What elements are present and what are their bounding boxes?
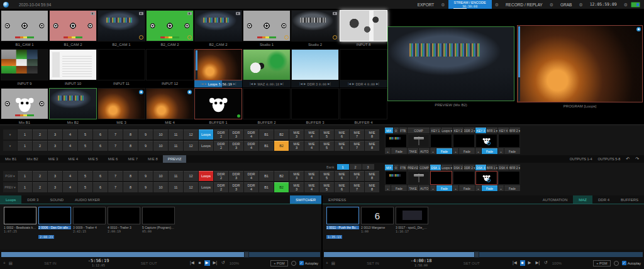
- source-button-2[interactable]: 2: [33, 171, 47, 181]
- source-button-m-e-5[interactable]: M/E5: [319, 129, 334, 140]
- playlist-icon[interactable]: ▤: [9, 261, 13, 266]
- outputs-5-8-button[interactable]: OUTPUTS 5-8: [597, 157, 620, 161]
- tab-m-e-7[interactable]: M/E 7: [123, 155, 143, 163]
- keyer-button[interactable]: KEY 2: [453, 128, 464, 133]
- add-media-icon[interactable]: +: [3, 261, 6, 265]
- set-in-button[interactable]: SET IN: [44, 261, 56, 265]
- skip-back-icon[interactable]: |◀: [348, 82, 351, 85]
- tab-mix-b2[interactable]: Mix B2: [21, 155, 43, 163]
- mix-button[interactable]: MIX: [385, 165, 393, 170]
- keyer-source-select[interactable]: BFR 2 ▾: [509, 128, 520, 133]
- source-button-b2[interactable]: B2: [274, 171, 289, 181]
- monitor-b1-cam-2[interactable]: B1_CAM 2: [49, 10, 97, 49]
- source-button-b1[interactable]: B1: [259, 182, 274, 192]
- tab-loops[interactable]: Loops: [0, 195, 21, 204]
- tab-sound[interactable]: SOUND: [44, 195, 69, 204]
- skip-back-icon[interactable]: |◀: [201, 82, 204, 85]
- show-on-pgm-button[interactable]: + PGM: [593, 260, 610, 266]
- source-button-ddr-3[interactable]: DDR3: [229, 182, 243, 192]
- source-button-9[interactable]: 9: [138, 171, 153, 181]
- source-button-12[interactable]: 12: [184, 141, 198, 151]
- play-button[interactable]: ▶: [527, 260, 533, 266]
- delegate-icon[interactable]: ▲: [385, 148, 391, 154]
- source-button-3[interactable]: 3: [48, 129, 62, 140]
- media-transport-bar[interactable]: |◀▶DDR 40:00▶|: [340, 80, 387, 87]
- monitor-mix-b2[interactable]: Mix B2: [49, 88, 97, 127]
- source-button-9[interactable]: 9: [138, 141, 153, 151]
- source-button-loops[interactable]: Loops: [199, 141, 213, 151]
- source-button-6[interactable]: 6: [93, 182, 108, 192]
- monitor-input-12[interactable]: INPUT 12: [146, 49, 194, 88]
- monitor-m-e-3[interactable]: M/E 3: [97, 88, 145, 127]
- tab-buffers[interactable]: BUFFERS: [615, 195, 644, 204]
- source-button-4[interactable]: 4: [63, 141, 77, 151]
- monitor-b2-cam-2[interactable]: B2_CAM 2: [146, 10, 194, 49]
- play-icon[interactable]: ▶: [304, 82, 306, 85]
- media-monitor-loops[interactable]: |◀▶Loops5:56:19▶|: [194, 49, 242, 88]
- auto-button[interactable]: AUTO: [419, 148, 430, 154]
- tab-automation[interactable]: AUTOMATION: [537, 195, 573, 204]
- clip-4-0010-trailer-3[interactable]: 4 0010 - Trailer 32:00:19: [108, 207, 140, 241]
- source-button-m-e-8[interactable]: M/E8: [365, 141, 379, 151]
- source-button-7[interactable]: 7: [108, 182, 123, 192]
- loop-button[interactable]: ↺: [220, 260, 226, 266]
- keyer-button[interactable]: DSK 2: [453, 165, 464, 170]
- tab-m-e-5[interactable]: M/E 5: [83, 155, 103, 163]
- monitor-input-11[interactable]: INPUT 11: [97, 49, 145, 88]
- source-button-7[interactable]: 7: [108, 141, 123, 151]
- keyer-fade-button[interactable]: Fade: [436, 185, 452, 191]
- monitor-studio-2[interactable]: Studio 2: [291, 10, 339, 49]
- source-button-7[interactable]: 7: [108, 171, 123, 181]
- keyer-button[interactable]: KEY 3: [475, 128, 486, 133]
- source-button-1[interactable]: 1: [18, 182, 32, 192]
- source-button-m-e-6[interactable]: M/E6: [335, 129, 349, 140]
- source-button-4[interactable]: 4: [63, 171, 77, 181]
- delegate-icon[interactable]: ▲: [430, 185, 436, 191]
- monitor-buffer-3[interactable]: BUFFER 3: [291, 88, 339, 127]
- keyer-button[interactable]: DSK 4: [498, 165, 509, 170]
- source-button-2[interactable]: 2: [33, 129, 47, 140]
- record-replay-button[interactable]: RECORD / REPLAY: [502, 2, 547, 8]
- source-button-11[interactable]: 11: [169, 129, 183, 140]
- skip-forward-icon[interactable]: ▶|: [280, 82, 284, 85]
- source-button-6[interactable]: 6: [93, 129, 108, 140]
- transition-gear-icon[interactable]: ⚙: [394, 165, 399, 170]
- source-button-8[interactable]: 8: [123, 182, 138, 192]
- source-button-10[interactable]: 10: [153, 171, 168, 181]
- preview-monitor[interactable]: [387, 26, 514, 101]
- speed-control[interactable]: 100%: [552, 261, 562, 265]
- tab-ddr-4[interactable]: DDR 4: [592, 195, 615, 204]
- media-transport-bar[interactable]: |◀▶MAZ4:00:18▶|: [243, 80, 291, 87]
- source-button-11[interactable]: 11: [169, 182, 183, 192]
- keyer-fade-button[interactable]: Fade: [504, 185, 520, 191]
- source-button-9[interactable]: 9: [138, 182, 153, 192]
- delegate-icon[interactable]: ▲: [475, 185, 481, 191]
- grab-button[interactable]: GRAB: [557, 2, 575, 8]
- comp-button[interactable]: COMP: [408, 128, 430, 133]
- source-button-3[interactable]: 3: [48, 171, 62, 181]
- source-button-m-e-7[interactable]: M/E7: [350, 129, 364, 140]
- tab-switcher[interactable]: SWITCHER: [290, 195, 321, 204]
- monitor-buffer-2[interactable]: BUFFER 2: [243, 88, 291, 127]
- source-button-8[interactable]: 8: [123, 171, 138, 181]
- keyer-source-select[interactable]: BFR 1 ▾: [487, 165, 497, 170]
- skip-forward-icon[interactable]: ▶|: [376, 82, 379, 85]
- auto-button[interactable]: AUTO: [419, 185, 430, 191]
- source-button-11[interactable]: 11: [169, 141, 183, 151]
- row-delegate-button[interactable]: ▾: [3, 141, 17, 151]
- stop-button[interactable]: ■: [520, 260, 525, 266]
- source-button-6[interactable]: 6: [93, 171, 108, 181]
- source-button-3[interactable]: 3: [48, 141, 62, 151]
- bank-button-3[interactable]: 3: [362, 164, 374, 170]
- media-monitor-ddr-3[interactable]: |◀▶DDR 30:00▶|: [291, 49, 339, 88]
- tab-mix-b1[interactable]: Mix B1: [0, 155, 21, 163]
- source-button-2[interactable]: 2: [33, 182, 47, 192]
- source-button-b1[interactable]: B1: [259, 171, 274, 181]
- tab-m-e-6[interactable]: M/E 6: [103, 155, 123, 163]
- source-button-4[interactable]: 4: [63, 182, 77, 192]
- speed-control[interactable]: 100%: [230, 261, 239, 265]
- source-button-1[interactable]: 1: [18, 129, 32, 140]
- tab-previz[interactable]: PREVIZ: [163, 155, 187, 163]
- monitor-mix-b1[interactable]: Mix B1: [1, 88, 48, 127]
- monitor-studio-1[interactable]: Studio 1: [243, 10, 291, 49]
